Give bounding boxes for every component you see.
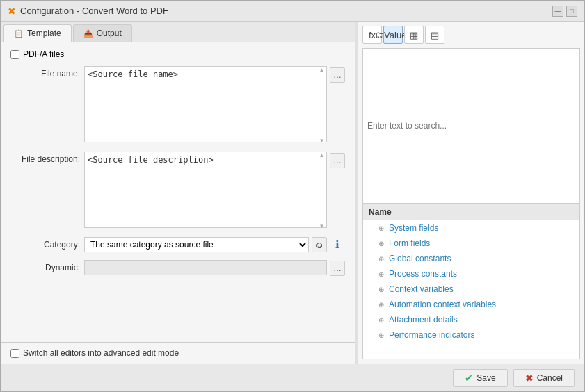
tab-template-label: Template: [27, 28, 61, 38]
content-area: 📋 Template 📤 Output PDF/A files File nam…: [1, 22, 584, 364]
title-bar-left: ✖ Configuration - Convert Word to PDF: [8, 6, 168, 17]
advanced-edit-checkbox[interactable]: [10, 349, 19, 358]
category-info-button[interactable]: ℹ: [330, 237, 345, 252]
pdfa-row: PDF/A files: [10, 49, 345, 59]
tree-header: Name: [363, 204, 579, 220]
tree-item-context-variables[interactable]: ⊕ Context variables: [363, 281, 579, 297]
bottom-row: Switch all editors into advanced edit mo…: [1, 342, 355, 364]
expand-icon: ⊕: [377, 286, 385, 293]
dynamic-field-wrap: …: [84, 259, 345, 276]
cancel-button[interactable]: ✖ Cancel: [513, 369, 575, 387]
dynamic-more-button[interactable]: …: [330, 261, 345, 276]
tree-label: Context variables: [389, 284, 454, 294]
tree-label: Performance indicators: [389, 330, 474, 340]
save-icon: ✔: [465, 373, 473, 384]
tree-item-form-fields[interactable]: ⊕ Form fields: [363, 236, 579, 251]
expand-icon: ⊕: [377, 224, 385, 232]
tree-label: System fields: [389, 223, 438, 233]
file-name-field-wrap: <Source file name> ▲ ▼ …: [84, 66, 345, 145]
tree-label: Form fields: [389, 238, 430, 248]
category-row: Category: The same category as source fi…: [10, 237, 345, 252]
switch-label-text: Switch all editors into advanced edit mo…: [23, 348, 179, 358]
category-select-wrap: The same category as source file ☺ ℹ: [84, 237, 345, 252]
file-description-row: File description: <Source file descripti…: [10, 152, 345, 230]
expand-icon: ⊕: [377, 270, 385, 278]
tree-item-system-fields[interactable]: ⊕ System fields: [363, 220, 579, 236]
tree-label: Automation context variables: [389, 300, 496, 309]
file-name-row: File name: <Source file name> ▲ ▼ …: [10, 66, 345, 145]
right-toolbar: fx 🗂 Values ▦ ▤: [362, 26, 580, 44]
tree-label: Process constants: [389, 269, 457, 279]
file-description-textarea-wrapper: <Source file description> ▲ ▼: [84, 152, 327, 230]
file-description-label: File description:: [10, 152, 80, 164]
tree-label: Global constants: [389, 254, 451, 263]
info-icon: ℹ: [335, 238, 339, 251]
file-name-label: File name:: [10, 66, 80, 79]
restore-button[interactable]: □: [566, 6, 577, 17]
minimize-button[interactable]: —: [552, 6, 563, 17]
tree-item-attachment-details[interactable]: ⊕ Attachment details: [363, 312, 579, 327]
tree-label: Attachment details: [389, 315, 458, 325]
expand-icon: ⊕: [377, 301, 385, 309]
tab-bar: 📋 Template 📤 Output: [1, 22, 355, 42]
window-title: Configuration - Convert Word to PDF: [20, 6, 168, 16]
expand-icon: ⊕: [377, 332, 385, 339]
window-footer: ✔ Save ✖ Cancel: [1, 364, 584, 391]
cancel-label: Cancel: [537, 373, 563, 383]
file-description-field-wrap: <Source file description> ▲ ▼ …: [84, 152, 345, 230]
tab-template[interactable]: 📋 Template: [3, 24, 72, 42]
pdfa-checkbox[interactable]: [10, 50, 19, 59]
title-controls: — □: [552, 6, 577, 17]
main-window: ✖ Configuration - Convert Word to PDF — …: [0, 0, 585, 392]
template-tab-icon: 📋: [14, 29, 24, 38]
file-name-textarea-wrapper: <Source file name> ▲ ▼: [84, 66, 327, 145]
more-icon2: …: [333, 156, 342, 165]
grid1-button[interactable]: ▦: [404, 26, 424, 44]
file-name-textarea[interactable]: <Source file name>: [84, 66, 327, 142]
expand-icon: ⊕: [377, 255, 385, 263]
left-content: PDF/A files File name: <Source file name…: [1, 42, 355, 342]
tree-item-global-constants[interactable]: ⊕ Global constants: [363, 251, 579, 266]
more-icon3: …: [333, 263, 342, 273]
save-button[interactable]: ✔ Save: [453, 369, 507, 387]
tree-panel: Name ⊕ System fields ⊕ Form fields ⊕ Glo…: [362, 204, 580, 359]
search-input[interactable]: [362, 48, 580, 204]
category-emoji-button[interactable]: ☺: [312, 237, 327, 252]
tree-item-performance-indicators[interactable]: ⊕ Performance indicators: [363, 327, 579, 343]
tab-output-label: Output: [97, 28, 122, 38]
grid2-icon: ▤: [431, 30, 439, 40]
output-tab-icon: 📤: [83, 29, 93, 38]
dynamic-input[interactable]: [84, 260, 327, 275]
values-icon: 🗂: [375, 30, 384, 40]
grid1-icon: ▦: [410, 30, 418, 40]
file-description-more-button[interactable]: …: [330, 153, 345, 168]
category-select[interactable]: The same category as source file: [84, 237, 309, 252]
right-panel: fx 🗂 Values ▦ ▤ Name ⊕: [358, 22, 584, 364]
tab-output[interactable]: 📤 Output: [73, 24, 132, 42]
expand-icon: ⊕: [377, 316, 385, 324]
window-icon: ✖: [8, 6, 16, 17]
tree-item-automation-context[interactable]: ⊕ Automation context variables: [363, 297, 579, 312]
switch-label: Switch all editors into advanced edit mo…: [10, 348, 179, 358]
tree-item-process-constants[interactable]: ⊕ Process constants: [363, 266, 579, 281]
file-name-more-button[interactable]: …: [330, 67, 345, 83]
dynamic-label: Dynamic:: [10, 263, 80, 272]
file-description-textarea[interactable]: <Source file description>: [84, 152, 327, 228]
dynamic-row: Dynamic: …: [10, 259, 345, 276]
more-icon: …: [333, 70, 342, 80]
pdfa-label: PDF/A files: [23, 49, 64, 59]
left-panel: 📋 Template 📤 Output PDF/A files File nam…: [1, 22, 355, 364]
emoji-icon: ☺: [314, 240, 323, 250]
save-label: Save: [476, 373, 495, 383]
cancel-icon: ✖: [525, 373, 534, 384]
values-button[interactable]: 🗂 Values: [383, 26, 403, 44]
grid2-button[interactable]: ▤: [425, 26, 444, 44]
title-bar: ✖ Configuration - Convert Word to PDF — …: [1, 1, 584, 22]
category-label: Category:: [10, 240, 80, 250]
expand-icon: ⊕: [377, 240, 385, 247]
